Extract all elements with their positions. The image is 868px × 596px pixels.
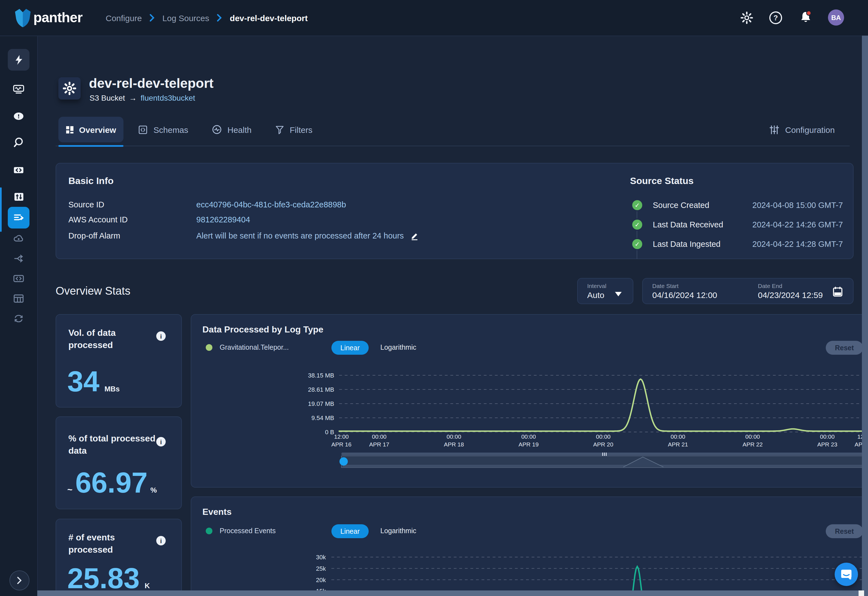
stat-unit: K xyxy=(145,581,150,590)
x-axis: 12:00APR 1600:00APR 1700:00APR 1800:00AP… xyxy=(191,432,868,450)
configuration-link[interactable]: Configuration xyxy=(769,117,835,142)
vertical-scrollbar[interactable] xyxy=(862,35,868,596)
data-processed-chart-card: Data Processed by Log Type Gravitational… xyxy=(191,314,868,488)
scale-logarithmic-button[interactable]: Logarithmic xyxy=(380,527,416,535)
sync-arrows-icon xyxy=(13,313,25,324)
sidebar-item-sync[interactable] xyxy=(8,307,30,329)
gear-icon xyxy=(62,81,77,96)
chart-legend-item[interactable]: Gravitational.Telepor... xyxy=(206,344,289,351)
sidebar-item-bolt[interactable] xyxy=(8,49,30,71)
date-end-label: Date End xyxy=(758,282,782,289)
x-axis-tick: 00:00APR 23 xyxy=(808,432,847,448)
chart-title: Data Processed by Log Type xyxy=(202,325,323,335)
sidebar-item-log-sources[interactable] xyxy=(8,207,30,229)
calendar-icon[interactable] xyxy=(833,286,843,297)
health-pulse-icon xyxy=(212,124,222,134)
overview-stats-title: Overview Stats xyxy=(56,285,130,298)
status-label: Last Data Received xyxy=(653,220,742,229)
x-axis-tick: 00:00APR 18 xyxy=(434,432,474,448)
scale-linear-button[interactable]: Linear xyxy=(331,524,369,538)
sidebar-item-routing[interactable] xyxy=(8,248,30,269)
range-grip-icon[interactable] xyxy=(602,453,607,456)
interval-dropdown[interactable]: Interval Auto xyxy=(577,278,633,304)
stat-card-events: # of events processed i 25.83 K xyxy=(56,519,182,596)
y-axis-tick: 19.07 MB xyxy=(308,400,334,407)
range-handle-left[interactable] xyxy=(340,457,348,466)
events-chart-card: Events Processed Events Linear Logarithm… xyxy=(191,497,868,596)
scale-linear-button[interactable]: Linear xyxy=(331,341,369,355)
alert-icon xyxy=(13,111,25,121)
x-axis-tick: 00:00APR 19 xyxy=(509,432,548,448)
status-item: ✓ Last Data Received 2024-04-22 14:26 GM… xyxy=(632,218,843,231)
stat-value: 25.83 xyxy=(67,562,140,595)
check-circle-icon: ✓ xyxy=(632,220,642,230)
x-axis-tick: 00:00APR 22 xyxy=(733,432,772,448)
stat-card-percent: % of total processed data i ~ 66.97 % xyxy=(56,416,182,509)
breadcrumb: Configure Log Sources dev-rel-dev-telepo… xyxy=(106,0,308,35)
horizontal-scrollbar[interactable] xyxy=(37,590,862,596)
status-label: Last Data Ingested xyxy=(653,240,742,248)
search-icon xyxy=(13,137,25,149)
sidebar-item-tuning[interactable] xyxy=(8,186,30,207)
range-slider[interactable] xyxy=(191,451,868,472)
notifications-button[interactable] xyxy=(798,9,813,25)
y-axis-tick: 28.61 MB xyxy=(308,386,334,393)
status-label: Source Created xyxy=(653,201,742,209)
status-value: 2024-04-08 15:00 GMT-7 xyxy=(752,201,843,209)
stat-title: Vol. of data processed xyxy=(68,327,152,351)
stat-title: % of total processed data xyxy=(68,432,163,456)
chat-bubble-icon xyxy=(840,568,852,580)
settings-button[interactable] xyxy=(739,10,754,25)
tab-health[interactable]: Health xyxy=(212,117,252,142)
stat-unit: % xyxy=(151,486,157,494)
legend-dot-icon xyxy=(206,528,213,534)
bucket-link[interactable]: fluentds3bucket xyxy=(141,93,195,102)
info-row-label: Drop-off Alarm xyxy=(68,231,120,240)
reset-button[interactable]: Reset xyxy=(826,341,863,355)
legend-dot-icon xyxy=(206,344,213,351)
sidebar xyxy=(0,35,38,596)
stat-value: 66.97 xyxy=(75,466,148,499)
info-icon[interactable]: i xyxy=(156,437,166,447)
avatar[interactable]: BA xyxy=(828,9,844,25)
reset-button[interactable]: Reset xyxy=(826,524,863,538)
x-axis-tick: 00:00APR 21 xyxy=(658,432,697,448)
intercom-chat-button[interactable] xyxy=(835,563,858,586)
route-arrows-icon xyxy=(13,253,25,264)
dashboard-grid-icon xyxy=(66,125,74,134)
activity-monitor-icon xyxy=(13,83,25,95)
y-axis-tick: 20k xyxy=(316,577,326,584)
panther-logo[interactable] xyxy=(12,7,33,28)
breadcrumb-configure[interactable]: Configure xyxy=(106,13,142,22)
configuration-label: Configuration xyxy=(785,125,835,134)
sidebar-item-code[interactable] xyxy=(8,159,30,181)
help-button[interactable]: ? xyxy=(768,10,784,25)
tab-overview[interactable]: Overview xyxy=(58,117,124,142)
tab-label: Filters xyxy=(290,125,313,134)
sidebar-expand-button[interactable] xyxy=(9,571,30,590)
y-axis-tick: 30k xyxy=(316,554,326,561)
breadcrumb-log-sources[interactable]: Log Sources xyxy=(162,13,209,22)
tab-filters[interactable]: Filters xyxy=(275,117,313,142)
sliders-box-icon xyxy=(13,191,24,202)
basic-info-card: Basic Info Source ID ecc40796-04bc-481c-… xyxy=(56,163,853,259)
sidebar-item-search[interactable] xyxy=(8,132,30,153)
code-box-outline-icon xyxy=(13,273,25,284)
chart-legend-item[interactable]: Processed Events xyxy=(206,527,276,535)
basic-info-title: Basic Info xyxy=(68,176,114,187)
sidebar-item-packs[interactable] xyxy=(8,267,30,289)
sidebar-item-tables[interactable] xyxy=(8,288,30,309)
sidebar-item-activity[interactable] xyxy=(8,78,30,100)
date-end-value: 04/23/2024 12:59 xyxy=(758,290,823,299)
brand-name: panther xyxy=(33,9,82,25)
edit-pencil-icon[interactable] xyxy=(410,232,419,240)
date-range-picker[interactable]: Date Start 04/16/2024 12:00 Date End 04/… xyxy=(642,278,853,304)
info-icon[interactable]: i xyxy=(156,331,166,341)
sidebar-item-cloud[interactable] xyxy=(8,227,30,249)
tab-schemas[interactable]: Schemas xyxy=(138,117,188,142)
status-item: ✓ Last Data Ingested 2024-04-22 14:28 GM… xyxy=(632,238,843,250)
scale-logarithmic-button[interactable]: Logarithmic xyxy=(380,344,416,351)
sidebar-item-alerts[interactable] xyxy=(8,105,30,127)
help-icon: ? xyxy=(769,10,783,25)
info-icon[interactable]: i xyxy=(156,536,166,546)
